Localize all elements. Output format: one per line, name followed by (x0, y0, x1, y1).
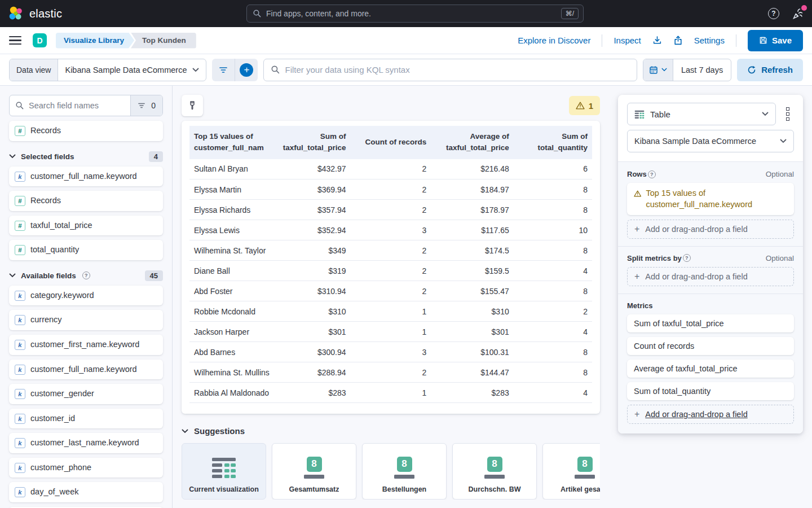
field-item[interactable]: k day_of_week (9, 482, 163, 502)
column-header[interactable]: Sum of total_quantity (514, 126, 592, 159)
search-shortcut-badge: ⌘/ (561, 8, 579, 19)
save-button[interactable]: Save (748, 30, 803, 51)
data-view-select[interactable]: Kibana Sample Data eCommerce (58, 59, 206, 81)
menu-hamburger-icon[interactable] (9, 34, 23, 47)
layer-actions-icon[interactable] (782, 107, 794, 121)
divider (618, 246, 803, 247)
add-filter-button[interactable]: + (235, 59, 258, 81)
table-header-row: Top 15 values of customer_full_namSum of… (189, 126, 592, 159)
results-table: Top 15 values of customer_full_namSum of… (189, 126, 592, 403)
metric-dimension[interactable]: Sum of taxful_total_price (627, 314, 794, 332)
field-item[interactable]: # taxful_total_price (9, 216, 163, 236)
field-type-icon: k (15, 315, 25, 325)
chevron-down-icon (9, 154, 16, 159)
metric-dimension[interactable]: Sum of total_quantity (627, 382, 794, 400)
field-type-icon: k (15, 389, 25, 399)
field-item[interactable]: # total_quantity (9, 240, 163, 260)
newsfeed-icon[interactable] (792, 7, 804, 20)
column-header[interactable]: Top 15 values of customer_full_nam (189, 126, 272, 159)
suggestion-card[interactable]: 8 Gesamtumsatz (272, 443, 356, 500)
field-type-icon: k (15, 291, 25, 301)
available-fields-header[interactable]: Available fields ? 45 (9, 270, 163, 281)
warning-icon (634, 190, 641, 198)
help-icon[interactable]: ? (768, 8, 779, 19)
help-icon[interactable]: ? (82, 271, 90, 279)
help-icon[interactable]: ? (648, 170, 656, 178)
refresh-icon (747, 65, 756, 75)
suggestion-card[interactable]: 8 Durchschn. BW (452, 443, 537, 500)
layer-data-view-select[interactable]: Kibana Sample Data eCommerce (627, 130, 794, 152)
share-icon[interactable] (673, 36, 683, 45)
metric-chart-icon: 8 (367, 449, 442, 485)
search-icon (253, 9, 262, 18)
global-search[interactable]: ⌘/ (246, 5, 584, 23)
settings-link[interactable]: Settings (694, 36, 725, 45)
field-filter-button[interactable]: 0 (130, 95, 162, 116)
rows-add-field-button[interactable]: + Add or drag-and-drop a field (627, 220, 794, 239)
divider (736, 34, 736, 47)
column-header[interactable]: Sum of taxful_total_price (272, 126, 350, 159)
warning-icon (576, 102, 585, 110)
suggestion-card[interactable]: 8 Bestellungen (362, 443, 447, 500)
space-avatar[interactable]: D (33, 33, 47, 47)
plus-icon: + (634, 224, 639, 234)
chevron-down-icon (661, 68, 667, 72)
breadcrumb-visualize-library[interactable]: Visualize Library (56, 33, 134, 49)
date-quick-select[interactable] (643, 59, 673, 81)
chevron-down-icon (182, 429, 188, 433)
divider (618, 294, 803, 294)
field-item[interactable]: k customer_full_name.keyword (9, 360, 163, 380)
split-add-field-button[interactable]: + Add or drag-and-drop a field (627, 267, 794, 286)
time-range-value[interactable]: Last 7 days (673, 59, 731, 81)
selected-fields-count: 4 (149, 151, 163, 162)
chevron-down-icon (762, 112, 769, 116)
rows-dimension-warning[interactable]: Top 15 values of customer_full_name.keyw… (627, 183, 794, 215)
filter-menu-icon[interactable] (212, 59, 235, 81)
number-field-icon: # (15, 126, 25, 136)
field-type-icon: # (15, 245, 25, 255)
field-list-sidebar: 0 # Records Selected fields 4 k customer… (0, 86, 173, 508)
suggestion-card[interactable]: 8 Artikel gesamt (542, 443, 600, 500)
chevron-down-icon (780, 139, 787, 143)
rows-section-label: Rows (627, 170, 647, 178)
inspect-link[interactable]: Inspect (614, 36, 641, 45)
breadcrumb-current-page: Top Kunden (131, 33, 196, 49)
column-header[interactable]: Average of taxful_total_price (431, 126, 513, 159)
suggestions-header[interactable]: Suggestions (182, 426, 600, 436)
field-item[interactable]: k customer_full_name.keyword (9, 167, 163, 187)
field-item[interactable]: k customer_phone (9, 458, 163, 478)
field-item[interactable]: # Records (9, 191, 163, 211)
field-item[interactable]: k category.keyword (9, 286, 163, 306)
field-item[interactable]: k customer_id (9, 409, 163, 429)
table-row: Robbie Mcdonald $310 1 $310 2 (189, 301, 592, 322)
workspace-warning-badge[interactable]: 1 (569, 96, 600, 115)
explore-in-discover-link[interactable]: Explore in Discover (518, 36, 590, 45)
plus-icon: + (634, 409, 639, 419)
field-search-input[interactable] (29, 101, 130, 110)
field-item[interactable]: k customer_first_name.keyword (9, 335, 163, 355)
metrics-add-field-button[interactable]: + Add or drag-and-drop a field (627, 405, 794, 424)
kql-query-input-box[interactable] (263, 59, 637, 81)
available-fields-count: 45 (145, 270, 163, 281)
global-search-input[interactable] (266, 9, 557, 18)
data-view-picker: Data view Kibana Sample Data eCommerce (9, 59, 206, 81)
metric-dimension[interactable]: Count of records (627, 337, 794, 355)
field-item[interactable]: k currency (9, 310, 163, 330)
kql-query-input[interactable] (285, 65, 630, 75)
visual-options-button[interactable] (182, 95, 203, 116)
field-search-box[interactable]: 0 (9, 95, 163, 116)
field-item[interactable]: k customer_gender (9, 384, 163, 404)
chart-type-select[interactable]: Table (627, 103, 776, 125)
column-header[interactable]: Count of records (351, 126, 431, 159)
selected-fields-header[interactable]: Selected fields 4 (9, 151, 163, 162)
help-icon[interactable]: ? (683, 254, 691, 262)
brand-name: elastic (29, 7, 62, 20)
elastic-brand[interactable]: elastic (8, 6, 62, 21)
refresh-button[interactable]: Refresh (737, 59, 803, 81)
field-item[interactable]: k customer_last_name.keyword (9, 433, 163, 453)
suggestion-card[interactable]: 8 Current visualization (182, 443, 266, 500)
download-icon[interactable] (652, 36, 662, 45)
lens-config-panel: Table Kibana Sample Data eCommerce Rows … (618, 95, 803, 433)
field-item-records[interactable]: # Records (9, 121, 163, 141)
metric-dimension[interactable]: Average of taxful_total_price (627, 360, 794, 378)
